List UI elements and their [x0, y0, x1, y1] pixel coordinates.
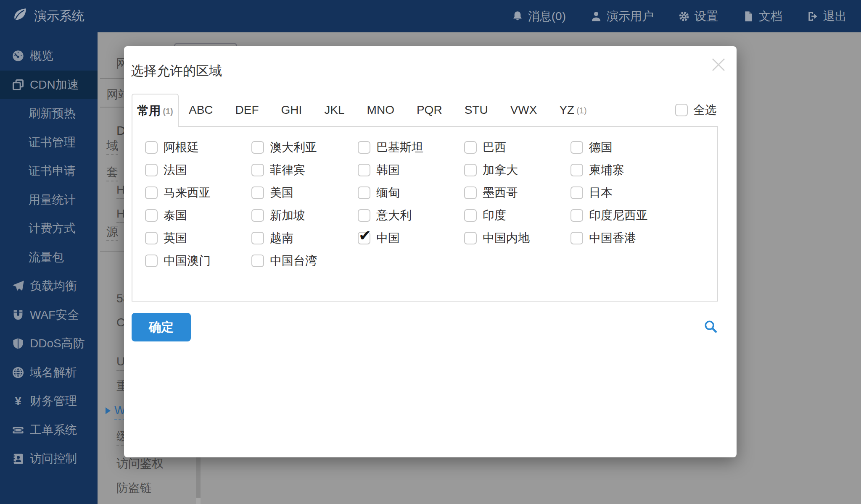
background-scrollbar [196, 457, 201, 504]
sidebar-item[interactable]: DDoS高防 [0, 329, 98, 358]
select-all-checkbox[interactable]: ✔ 全选 [675, 102, 717, 118]
sidebar-item[interactable]: 工单系统 [0, 416, 98, 445]
checkbox[interactable]: ✔ [251, 209, 264, 222]
sidebar-item[interactable]: 访问控制 [0, 444, 98, 473]
sidebar-item[interactable]: 域名解析 [0, 358, 98, 387]
checkbox[interactable]: ✔ [464, 232, 477, 244]
checkbox[interactable]: ✔ [145, 186, 158, 199]
user-icon [590, 10, 602, 22]
checkbox[interactable]: ✔ [251, 186, 264, 199]
sidebar-item[interactable]: 证书申请 [0, 157, 98, 186]
region-checkbox-item[interactable]: ✔ 韩国 [358, 162, 464, 178]
region-checkbox-item[interactable]: ✔ 中国 [358, 230, 464, 246]
topbar-item[interactable]: 消息(0) [512, 8, 566, 24]
region-checkbox-item[interactable]: ✔ 墨西哥 [464, 185, 570, 201]
region-checkbox-item[interactable]: ✔ 英国 [145, 230, 251, 246]
checkbox[interactable]: ✔ [358, 209, 370, 222]
region-checkbox-item[interactable]: ✔ 马来西亚 [145, 185, 251, 201]
region-label: 印度尼西亚 [589, 207, 648, 223]
region-checkbox-item[interactable]: ✔ 印度尼西亚 [570, 207, 677, 223]
checkbox[interactable]: ✔ [251, 232, 264, 244]
region-tab[interactable]: DEF [225, 94, 271, 126]
ticket-icon [12, 424, 24, 436]
checkbox[interactable]: ✔ [570, 232, 583, 244]
topbar-item[interactable]: 设置 [678, 8, 718, 24]
region-checkbox-item[interactable]: ✔ 菲律宾 [251, 162, 358, 178]
region-checkbox-item[interactable]: ✔ 中国香港 [570, 230, 677, 246]
checkbox[interactable]: ✔ [145, 164, 158, 176]
sidebar-item[interactable]: CDN加速 [0, 71, 98, 100]
background-text-fragment: 58 [116, 292, 124, 305]
sidebar-item[interactable]: 证书管理 [0, 128, 98, 157]
search-icon[interactable] [704, 320, 718, 334]
region-tab[interactable]: ABC [179, 94, 225, 126]
region-checkbox-item[interactable]: ✔ 法国 [145, 162, 251, 178]
topbar-item[interactable]: 文档 [742, 8, 782, 24]
region-label: 英国 [164, 230, 187, 246]
close-icon[interactable] [711, 57, 726, 72]
checkbox[interactable]: ✔ [145, 209, 158, 222]
topbar-item[interactable]: 演示用户 [590, 8, 654, 24]
app-logo[interactable]: 演示系统 [0, 7, 85, 25]
region-checkbox-item[interactable]: ✔ 泰国 [145, 207, 251, 223]
checkbox[interactable]: ✔ [145, 232, 158, 244]
region-tab[interactable]: GHI [271, 94, 314, 126]
checkbox[interactable]: ✔ [358, 186, 370, 199]
checkbox[interactable]: ✔ [570, 209, 583, 222]
checkbox[interactable]: ✔ [464, 209, 477, 222]
sidebar-item[interactable]: 计费方式 [0, 214, 98, 243]
region-tab[interactable]: VWX [500, 94, 549, 126]
region-tab[interactable]: 常用 (1) [132, 94, 179, 127]
region-checkbox-item[interactable]: ✔ 日本 [570, 185, 677, 201]
checkbox[interactable]: ✔ [358, 164, 370, 176]
topbar-item[interactable]: 退出 [807, 8, 847, 24]
checkbox[interactable]: ✔ [251, 255, 264, 267]
region-checkbox-item[interactable]: ✔ 中国台湾 [251, 253, 358, 269]
region-checkbox-item[interactable]: ✔ 美国 [251, 185, 358, 201]
region-checkbox-item[interactable]: ✔ 巴基斯坦 [358, 139, 464, 155]
region-tab[interactable]: YZ (1) [549, 94, 597, 126]
checkbox[interactable]: ✔ [570, 164, 583, 176]
checkbox[interactable]: ✔ [464, 164, 477, 176]
region-checkbox-item[interactable]: ✔ 巴西 [464, 139, 570, 155]
region-checkbox-item[interactable]: ✔ 澳大利亚 [251, 139, 358, 155]
sidebar-item[interactable]: 用量统计 [0, 186, 98, 215]
region-checkbox-item[interactable]: ✔ 越南 [251, 230, 358, 246]
sidebar-item[interactable]: WAF安全 [0, 301, 98, 330]
logout-icon [807, 10, 819, 22]
sidebar-nav: 概览 CDN加速 刷新预热 证书管理 证书申请 [0, 32, 98, 504]
checkbox[interactable]: ✔ [570, 186, 583, 199]
dialog-title: 选择允许的区域 [131, 62, 222, 80]
region-tab[interactable]: MNO [357, 94, 407, 126]
confirm-button[interactable]: 确定 [132, 313, 191, 341]
checkbox[interactable]: ✔ [251, 164, 264, 176]
checkbox[interactable]: ✔ [251, 141, 264, 154]
region-checkbox-item[interactable]: ✔ 意大利 [358, 207, 464, 223]
sidebar-item[interactable]: 刷新预热 [0, 99, 98, 128]
region-checkbox-item[interactable]: ✔ 中国内地 [464, 230, 570, 246]
region-checkbox-item[interactable]: ✔ 缅甸 [358, 185, 464, 201]
region-checkbox-item[interactable]: ✔ 新加坡 [251, 207, 358, 223]
region-tab[interactable]: PQR [407, 94, 454, 126]
region-tab[interactable]: JKL [314, 94, 357, 126]
region-checkbox-item[interactable]: ✔ 德国 [570, 139, 677, 155]
checkbox[interactable]: ✔ [570, 141, 583, 154]
checkbox[interactable]: ✔ [358, 232, 370, 244]
top-navbar: 演示系统 消息(0) 演示用户 设置 [0, 0, 861, 32]
checkbox[interactable]: ✔ [464, 186, 477, 199]
sidebar-item[interactable]: 流量包 [0, 243, 98, 272]
region-checkbox-item[interactable]: ✔ 加拿大 [464, 162, 570, 178]
sidebar-item[interactable]: ¥ 财务管理 [0, 387, 98, 416]
checkbox[interactable]: ✔ [358, 141, 370, 154]
region-checkbox-item[interactable]: ✔ 中国澳门 [145, 253, 251, 269]
checkbox[interactable]: ✔ [145, 255, 158, 267]
checkbox[interactable]: ✔ [675, 104, 688, 116]
region-tab[interactable]: STU [454, 94, 500, 126]
checkbox[interactable]: ✔ [464, 141, 477, 154]
region-checkbox-item[interactable]: ✔ 阿根廷 [145, 139, 251, 155]
region-checkbox-item[interactable]: ✔ 柬埔寨 [570, 162, 677, 178]
region-checkbox-item[interactable]: ✔ 印度 [464, 207, 570, 223]
checkbox[interactable]: ✔ [145, 141, 158, 154]
sidebar-item[interactable]: 概览 [0, 42, 98, 71]
sidebar-item[interactable]: 负载均衡 [0, 272, 98, 301]
